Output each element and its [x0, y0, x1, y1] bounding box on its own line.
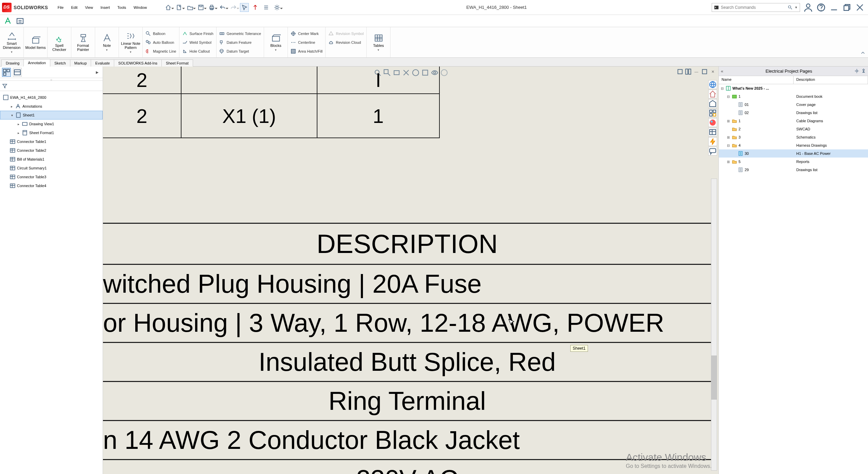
expander-icon[interactable]: ⊟	[726, 144, 730, 147]
tree-circuit-summary1[interactable]: Circuit Summary1	[0, 164, 103, 172]
panel-collapse-icon[interactable]: «	[721, 69, 723, 74]
save-icon[interactable]	[196, 3, 205, 12]
font-annotation-icon[interactable]	[3, 17, 12, 25]
tree-root[interactable]: EWA_H1_4416_2800	[0, 93, 103, 102]
spell-checker-button[interactable]: Spell Checker	[48, 27, 71, 57]
tree-bom1[interactable]: Bill of Materials1	[0, 155, 103, 164]
minimize-icon[interactable]	[829, 3, 839, 12]
select-icon[interactable]	[240, 3, 249, 12]
help-icon[interactable]	[816, 3, 826, 12]
project-tree-row[interactable]: ⊞ 3Schematics	[719, 133, 868, 141]
tab-markup[interactable]: Markup	[70, 59, 91, 67]
doc-close-icon[interactable]: ✕	[710, 69, 716, 75]
undo-icon[interactable]	[218, 3, 227, 12]
options-list-icon[interactable]	[262, 3, 271, 12]
surface-finish-button[interactable]: Surface Finish	[182, 30, 213, 38]
taskpane-view-palette-icon[interactable]	[708, 109, 717, 117]
open-icon[interactable]	[186, 3, 194, 12]
menu-window[interactable]: Window	[130, 4, 150, 11]
expander-icon[interactable]: ⊞	[726, 135, 730, 139]
menu-file[interactable]: File	[54, 4, 67, 11]
panel-expand-icon[interactable]: ▸	[94, 69, 101, 75]
search-commands[interactable]: ▼	[712, 3, 800, 12]
expander-icon[interactable]: ⊟	[726, 95, 730, 98]
feature-tree-tab-icon[interactable]	[2, 68, 11, 77]
blocks-button[interactable]: Blocks▾	[264, 27, 288, 57]
hole-callout-button[interactable]: Hole Callout	[182, 47, 213, 55]
tab-evaluate[interactable]: Evaluate	[91, 59, 114, 67]
panel-settings-icon[interactable]	[854, 69, 859, 74]
tree-connector-table2[interactable]: Connector Table2	[0, 146, 103, 155]
tab-annotation[interactable]: Annotation	[23, 59, 50, 67]
collapse-ribbon-icon[interactable]	[858, 27, 868, 57]
centerline-button[interactable]: Centerline	[291, 38, 323, 47]
magnetic-line-button[interactable]: Magnetic Line	[145, 47, 176, 55]
menu-view[interactable]: View	[82, 4, 97, 11]
datum-feature-button[interactable]: Datum Feature	[219, 38, 261, 47]
property-tab-icon[interactable]	[13, 68, 22, 77]
center-mark-button[interactable]: Center Mark	[291, 30, 323, 38]
taskpane-design-library-icon[interactable]	[708, 90, 717, 98]
tree-connector-table4[interactable]: Connector Table4	[0, 181, 103, 190]
tab-sheet-format[interactable]: Sheet Format	[161, 59, 193, 67]
search-input[interactable]	[721, 5, 786, 10]
restore-icon[interactable]	[842, 3, 852, 12]
tree-drawing-view1[interactable]: ▸Drawing View1	[0, 120, 103, 128]
project-tree-row[interactable]: 2SWCAD	[719, 125, 868, 133]
note-button[interactable]: Note▾	[95, 27, 119, 57]
tree-sheet1[interactable]: ▾Sheet1	[0, 111, 103, 120]
expander-icon[interactable]: ⊞	[726, 160, 730, 164]
project-tree-row[interactable]: 30H1 - Base AC Power	[719, 149, 868, 158]
tree-sheet-format1[interactable]: ▸Sheet Format1	[0, 128, 103, 137]
col-name-header[interactable]: Name	[719, 76, 794, 84]
tab-addins[interactable]: SOLIDWORKS Add-Ins	[114, 59, 162, 67]
auto-balloon-button[interactable]: Auto Balloon	[145, 38, 176, 47]
edit-appearance-icon[interactable]	[440, 69, 448, 77]
tab-drawing[interactable]: Drawing	[1, 59, 24, 67]
taskpane-electrical-icon[interactable]	[708, 137, 717, 146]
format-painter-button[interactable]: Format Painter	[71, 27, 95, 57]
smart-dimension-button[interactable]: Smart Dimension▾	[0, 27, 24, 57]
project-tree-row[interactable]: ⊞ 1Cable Diagrams	[719, 117, 868, 125]
linked-note-icon[interactable]	[16, 17, 24, 25]
panel-pin-icon[interactable]	[861, 69, 866, 74]
new-icon[interactable]	[175, 3, 184, 12]
drawing-canvas[interactable]: — ✕ 2 I 2 X1 (1) 1 DESCRIPTION witched P…	[103, 67, 718, 474]
search-dropdown-icon[interactable]: ▼	[795, 6, 798, 9]
project-tree-row[interactable]: ⊟ 4Harness Drawings	[719, 141, 868, 149]
menu-pin-icon[interactable]	[151, 4, 158, 11]
area-hatch-button[interactable]: Area Hatch/Fill	[291, 47, 323, 55]
redo-icon[interactable]	[229, 3, 238, 12]
project-tree-row[interactable]: 29Drawings list	[719, 166, 868, 174]
doc-maximize-icon[interactable]	[701, 69, 708, 75]
datum-target-button[interactable]: Datum Target	[219, 47, 261, 55]
model-items-button[interactable]: Model Items	[24, 27, 48, 57]
taskpane-file-explorer-icon[interactable]	[708, 99, 717, 108]
rebuild-icon[interactable]	[251, 3, 260, 12]
settings-gear-icon[interactable]	[273, 3, 281, 12]
project-tree-row[interactable]: ⊞ 5Reports	[719, 158, 868, 166]
doc-tile-icon[interactable]	[685, 69, 691, 75]
taskpane-forum-icon[interactable]	[708, 147, 717, 156]
project-tree-row[interactable]: 01Cover page	[719, 101, 868, 109]
taskpane-appearances-icon[interactable]	[708, 118, 717, 127]
filter-funnel-icon[interactable]	[2, 83, 7, 89]
menu-edit[interactable]: Edit	[68, 4, 81, 11]
user-icon[interactable]	[803, 3, 813, 12]
tree-connector-table3[interactable]: Connector Table3	[0, 172, 103, 181]
project-tree-row[interactable]: 02Drawings list	[719, 109, 868, 117]
revision-cloud-button[interactable]: Revision Cloud	[328, 38, 364, 47]
scrollbar-thumb[interactable]	[711, 356, 717, 400]
project-tree-row[interactable]: ⊟ 1Document book	[719, 92, 868, 101]
print-icon[interactable]	[207, 3, 216, 12]
project-tree-row[interactable]: ⊟ What's New 2025 - ...	[719, 84, 868, 92]
taskpane-custom-properties-icon[interactable]	[708, 128, 717, 136]
tab-sketch[interactable]: Sketch	[50, 59, 70, 67]
vertical-scrollbar[interactable]	[711, 179, 717, 471]
tree-connector-table1[interactable]: Connector Table1	[0, 137, 103, 146]
menu-insert[interactable]: Insert	[97, 4, 114, 11]
menu-tools[interactable]: Tools	[114, 4, 129, 11]
doc-new-window-icon[interactable]	[677, 69, 683, 75]
doc-minimize-icon[interactable]: —	[693, 69, 699, 75]
taskpane-resources-icon[interactable]	[708, 80, 717, 89]
